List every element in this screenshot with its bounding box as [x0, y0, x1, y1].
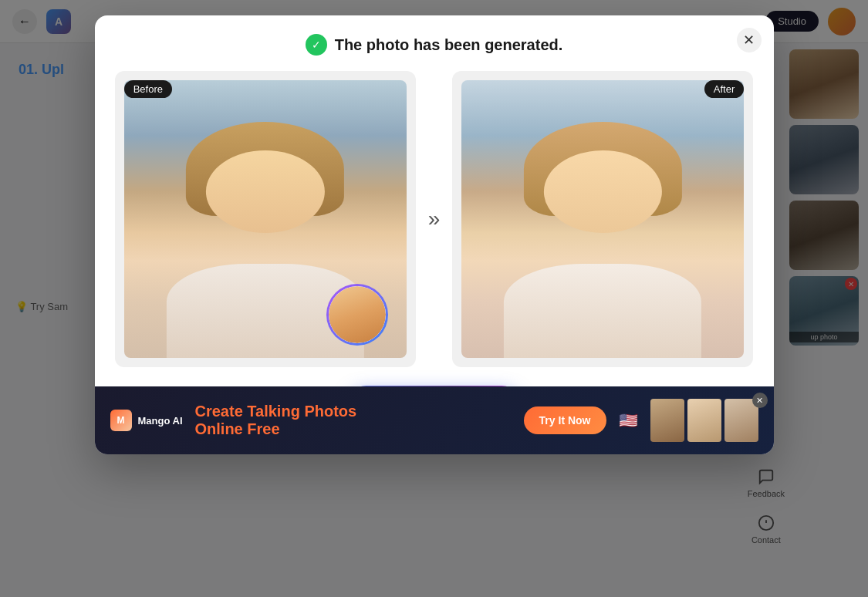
face-overlay-inner [329, 286, 386, 343]
modal-overlay: ✕ ✓ The photo has been generated. Before [0, 0, 868, 597]
ad-banner: ✕ M Mango AI Create Talking Photos Onlin… [95, 386, 774, 454]
ad-logo-icon: M [110, 410, 132, 431]
ad-cta-button[interactable]: Try It Now [524, 406, 606, 434]
ad-thumbnail-1 [650, 399, 684, 442]
after-panel: After [452, 71, 753, 367]
after-image [461, 80, 744, 358]
close-icon: ✕ [743, 32, 755, 49]
ad-thumbnail-3 [724, 399, 758, 442]
success-message: The photo has been generated. [335, 36, 563, 54]
ad-logo: M Mango AI [110, 410, 183, 431]
ad-thumbnail-2 [687, 399, 721, 442]
result-modal: ✕ ✓ The photo has been generated. Before [95, 15, 774, 454]
face-swap-overlay [326, 284, 388, 346]
ad-logo-text: Mango AI [138, 415, 183, 427]
before-image [124, 80, 407, 358]
direction-arrows: » [428, 207, 441, 231]
ad-title-colored: Online Free [195, 420, 280, 437]
ad-flag: 🇺🇸 [619, 411, 638, 430]
ad-title: Create Talking Photos Online Free [195, 403, 512, 438]
success-banner: ✓ The photo has been generated. [113, 34, 755, 56]
images-container: Before » After [113, 71, 755, 367]
before-panel: Before [115, 71, 416, 367]
after-badge: After [704, 80, 744, 98]
success-checkmark-icon: ✓ [306, 34, 327, 56]
ad-title-main: Create Talking Photos [195, 403, 357, 420]
ad-close-button[interactable]: ✕ [752, 393, 768, 408]
before-badge: Before [124, 80, 172, 98]
modal-close-button[interactable]: ✕ [737, 28, 762, 52]
ad-images [650, 399, 758, 442]
ad-cta-label: Try It Now [539, 414, 591, 427]
ad-close-icon: ✕ [756, 396, 763, 406]
